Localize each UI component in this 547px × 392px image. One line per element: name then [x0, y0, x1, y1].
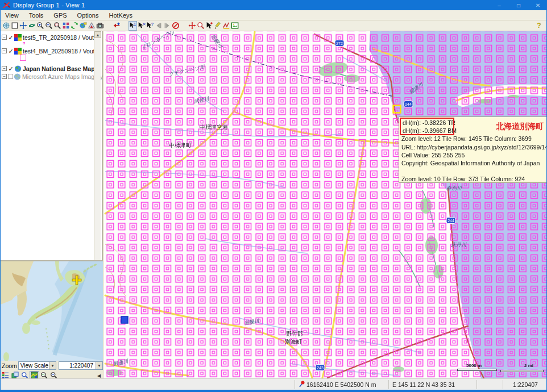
pan-red-icon[interactable] [188, 21, 196, 31]
checkbox-checked-icon[interactable]: ✓ [8, 65, 14, 72]
chevron-down-icon[interactable]: ▼ [49, 362, 56, 369]
globe-layer-icon [14, 65, 22, 72]
layer-row-azure[interactable]: − Microsoft Azure Maps Imagery [2, 73, 103, 80]
menu-item-tools[interactable]: Tools [28, 11, 48, 20]
layer-row-test5[interactable]: − ✓ test5_TR_20250918 / Vout [2, 34, 94, 41]
zoom-label: Zoom [2, 362, 17, 369]
menu-bar: ViewToolsGPSOptionsHotKeys [1, 10, 547, 20]
menu-item-hotkeys[interactable]: HotKeys [108, 11, 138, 20]
cell-value: Cell Value: 255 255 255 [401, 151, 547, 159]
checkbox-checked-icon[interactable]: ✓ [8, 34, 14, 40]
menu-item-gps[interactable]: GPS [52, 11, 71, 20]
scroll-up-icon[interactable]: ▲ [94, 31, 101, 38]
map-label-river: クテクンベツ川 [168, 64, 206, 78]
checkbox-unchecked-icon[interactable] [8, 74, 13, 79]
app-icon [3, 2, 11, 9]
zoom-scale-value: 1:220407 [69, 362, 93, 369]
map-label-place: 野付郡 [286, 330, 303, 338]
help-icon[interactable]: ? [535, 22, 543, 30]
scalebar-imperial-label: 2 mi [524, 363, 533, 368]
close-button[interactable]: ✕ [528, 0, 547, 10]
zoom-window-icon[interactable] [53, 21, 61, 31]
app-window: { "window": { "title": "Display Group 1 … [0, 0, 547, 392]
zoom-mode-select[interactable]: View Scale ▼ [18, 361, 56, 370]
scalebar-imperial-bar [500, 370, 544, 372]
globe-data-icon[interactable] [78, 21, 87, 31]
info-cursor-icon[interactable]: 1 [129, 21, 137, 31]
window-title: Display Group 1 - View 1 [13, 2, 85, 9]
profile-icon[interactable] [222, 21, 230, 31]
copyright-line: Copyright: Geospatial Information Author… [401, 159, 547, 167]
tree-scrollbar[interactable]: ▲ [94, 31, 101, 260]
render-icon[interactable] [87, 21, 96, 31]
status-scale-value: 1:220407 [513, 381, 538, 388]
feature-info-tooltip: 北海道別海町 dH(m): -0.38226 TR dH(m): -0.3966… [399, 116, 547, 183]
tile-info-z12: Zoom level: 12 Tile Row: 1495 Tile Colum… [401, 135, 547, 143]
next-view-icon[interactable] [163, 21, 171, 31]
dh-highlight-box [400, 118, 454, 135]
layer-row-test4[interactable]: − ✓ test4_BM_20250918 / Vout [2, 47, 95, 55]
map-label-river: 標津川 [408, 81, 425, 96]
map-label-place: 別海町 [285, 338, 302, 346]
coords-dms-value: E 145 11 22 N 43 35 31 [392, 381, 455, 388]
window-bottom-edge [1, 390, 547, 392]
layer-row-basemap[interactable]: − ✓ Japan National Base Map [2, 65, 95, 72]
expander-icon[interactable]: − [2, 66, 7, 71]
zoom-scale-select[interactable]: 1:220407 ▼ [59, 361, 103, 370]
cancel-icon[interactable] [171, 21, 180, 31]
map-view[interactable]: 272244244243 イロンネベツ川当幌川クテクンベツ川武佐川中標津空港中標… [104, 31, 547, 378]
map-label-river: 武佐川 [193, 95, 210, 106]
svg-text:?: ? [151, 22, 153, 26]
main-toolbar: 1✕?? [1, 20, 547, 31]
query-cursor-icon[interactable]: ? [146, 21, 154, 31]
map-label-river: 当幌川 [209, 33, 224, 50]
minimize-button[interactable]: – [490, 0, 509, 10]
map-label-river: イロンネベツ川 [140, 31, 176, 52]
image-export-icon[interactable] [230, 21, 239, 31]
status-empty-cell [1, 380, 295, 389]
layer-label: test5_TR_20250918 / Vout [23, 34, 94, 41]
map-label-place: 中標津町 [169, 141, 192, 149]
title-bar[interactable]: Display Group 1 - View 1 – □ ✕ [1, 0, 547, 10]
status-coords-dms: E 145 11 22 N 43 35 31 [389, 380, 477, 389]
map-label-place: 中標津空港 [200, 123, 228, 131]
select-arrow-icon[interactable] [205, 21, 213, 31]
pan-icon[interactable] [19, 21, 27, 31]
orbit-icon[interactable] [27, 21, 36, 31]
zoom-in-icon[interactable] [36, 21, 44, 31]
globe-layer-icon [14, 73, 21, 80]
overview-map[interactable] [1, 260, 103, 361]
scalebar-metric-bar [457, 369, 497, 371]
measure-cursor-icon[interactable]: ✕ [137, 21, 146, 31]
layer-label: Microsoft Azure Maps Imagery [22, 73, 103, 80]
menu-item-view[interactable]: View [4, 11, 23, 20]
tile-url: URL: http://cyberjapandata.gsi.go.jp/xyz… [401, 143, 547, 151]
status-bar: 16162410 E 5402500 N m E 145 11 22 N 43 … [1, 378, 547, 390]
zoom-grid-icon[interactable] [61, 21, 70, 31]
digitizer-pencil-icon[interactable] [213, 21, 222, 31]
full-extent-icon[interactable] [10, 21, 19, 31]
layer-label: Japan National Base Map [23, 65, 95, 72]
globe-pan-icon[interactable] [2, 21, 10, 31]
map-label-river: 春別川 [446, 185, 462, 192]
refresh-layers-icon[interactable] [70, 21, 78, 31]
layer-label: test4_BM_20250918 / Vout [23, 48, 95, 55]
expander-icon[interactable]: − [2, 35, 7, 40]
map-label-river: 風蓮川 [113, 358, 129, 368]
prev-view-icon[interactable] [154, 21, 163, 31]
chevron-down-icon[interactable]: ▼ [96, 362, 102, 369]
camera-icon[interactable] [96, 21, 104, 31]
status-coords-meters: 16162410 E 5402500 N m [295, 380, 389, 389]
collapse-panel-icon[interactable]: ◀ [97, 373, 101, 378]
menu-item-options[interactable]: Options [76, 11, 103, 20]
maximize-button[interactable]: □ [509, 0, 528, 10]
checkbox-checked-icon[interactable]: ✓ [8, 48, 14, 54]
zoom-red-icon[interactable] [196, 21, 205, 31]
layer-tree-panel: − ✓ test5_TR_20250918 / Vout − ✓ test4_B… [1, 31, 103, 260]
add-vector-icon[interactable] [112, 21, 121, 31]
expander-icon[interactable]: − [2, 48, 7, 53]
legend-large-square [20, 55, 26, 61]
expander-icon[interactable]: − [2, 74, 7, 79]
zoom-out-icon[interactable] [44, 21, 53, 31]
map-label-river: 床丹川 [451, 241, 466, 249]
